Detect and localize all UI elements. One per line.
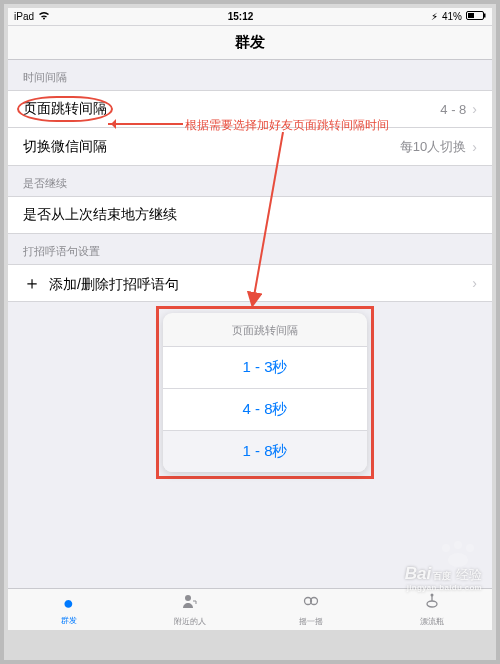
- bottle-icon: [423, 592, 441, 615]
- row-switch-interval[interactable]: 切换微信间隔 每10人切换›: [8, 128, 492, 166]
- popup-option-2[interactable]: 4 - 8秒: [163, 388, 367, 430]
- svg-point-8: [430, 594, 433, 597]
- row-page-interval[interactable]: 页面跳转间隔 4 - 8›: [8, 90, 492, 128]
- section-header-resume: 是否继续: [8, 166, 492, 196]
- row-page-interval-value: 4 - 8›: [440, 101, 477, 117]
- interval-popup: 页面跳转间隔 1 - 3秒 4 - 8秒 1 - 8秒: [163, 313, 367, 472]
- chevron-right-icon: ›: [472, 275, 477, 291]
- popup-option-3[interactable]: 1 - 8秒: [163, 430, 367, 472]
- battery-label: 41%: [442, 11, 462, 22]
- popup-option-1[interactable]: 1 - 3秒: [163, 346, 367, 388]
- tab-shake[interactable]: 摇一摇: [250, 592, 371, 627]
- popup-title: 页面跳转间隔: [163, 313, 367, 346]
- person-icon: [181, 592, 199, 615]
- tab-bar: ● 群发 附近的人 摇一摇 漂流瓶: [8, 588, 492, 630]
- tab-label: 附近的人: [174, 616, 206, 627]
- page-title: 群发: [235, 33, 265, 52]
- row-page-interval-label: 页面跳转间隔: [23, 100, 107, 118]
- charging-icon: ⚡︎: [431, 11, 438, 22]
- section-header-interval: 时间间隔: [8, 60, 492, 90]
- tab-label: 群发: [61, 615, 77, 626]
- status-right: ⚡︎ 41%: [431, 11, 486, 22]
- chevron-right-icon: ›: [472, 139, 477, 155]
- tab-label: 摇一摇: [299, 616, 323, 627]
- plus-icon: ＋: [23, 271, 37, 295]
- tab-label: 漂流瓶: [420, 616, 444, 627]
- svg-rect-1: [468, 13, 474, 18]
- section-header-greeting: 打招呼语句设置: [8, 234, 492, 264]
- tab-bottle[interactable]: 漂流瓶: [371, 592, 492, 627]
- popup-highlight-box: 页面跳转间隔 1 - 3秒 4 - 8秒 1 - 8秒: [156, 306, 374, 479]
- row-switch-interval-value: 每10人切换›: [400, 138, 477, 156]
- screen: iPad 15:12 ⚡︎ 41% 群发 时间间隔 页面跳转间隔: [8, 8, 492, 630]
- tab-nearby[interactable]: 附近的人: [129, 592, 250, 627]
- chevron-right-icon: ›: [472, 101, 477, 117]
- shake-icon: [302, 592, 320, 615]
- status-bar: iPad 15:12 ⚡︎ 41%: [8, 8, 492, 26]
- battery-icon: [466, 11, 486, 22]
- svg-point-7: [427, 601, 437, 607]
- tab-broadcast[interactable]: ● 群发: [8, 593, 129, 626]
- row-switch-interval-label: 切换微信间隔: [23, 138, 107, 156]
- row-resume-label: 是否从上次结束地方继续: [23, 206, 177, 224]
- clock-label: 15:12: [228, 11, 254, 22]
- row-resume[interactable]: 是否从上次结束地方继续: [8, 196, 492, 234]
- device-frame: iPad 15:12 ⚡︎ 41% 群发 时间间隔 页面跳转间隔: [0, 0, 500, 664]
- row-greeting-label: ＋添加/删除打招呼语句: [23, 271, 179, 295]
- status-left: iPad: [14, 11, 50, 22]
- svg-rect-2: [484, 14, 486, 18]
- carrier-label: iPad: [14, 11, 34, 22]
- row-greeting[interactable]: ＋添加/删除打招呼语句 ›: [8, 264, 492, 302]
- content: 时间间隔 页面跳转间隔 4 - 8› 切换微信间隔 每10人切换› 是否继续 是…: [8, 60, 492, 588]
- nav-bar: 群发: [8, 26, 492, 60]
- svg-point-4: [185, 595, 191, 601]
- chat-bubble-icon: ●: [63, 593, 74, 614]
- wifi-icon: [38, 11, 50, 22]
